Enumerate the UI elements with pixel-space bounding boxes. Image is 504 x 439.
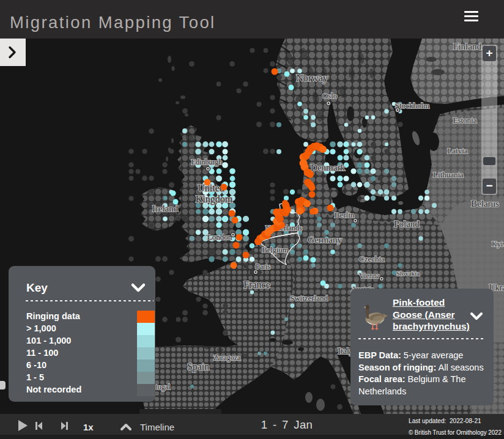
svg-text:Belgium: Belgium xyxy=(262,246,288,254)
svg-text:Oslo: Oslo xyxy=(322,91,338,100)
svg-text:Denmark: Denmark xyxy=(311,163,345,172)
svg-text:Vienna: Vienna xyxy=(359,271,380,280)
svg-text:Stockholm: Stockholm xyxy=(395,101,429,110)
svg-text:Poland: Poland xyxy=(394,219,420,229)
svg-text:France: France xyxy=(243,279,270,290)
svg-text:Belarus: Belarus xyxy=(471,199,499,208)
svg-text:London: London xyxy=(207,232,232,242)
svg-text:United: United xyxy=(198,183,224,193)
svg-text:Czechia: Czechia xyxy=(359,254,385,264)
svg-text:Germany: Germany xyxy=(308,235,342,245)
svg-text:Zaragoza: Zaragoza xyxy=(213,353,241,362)
svg-text:Spain: Spain xyxy=(187,361,209,372)
svg-text:Slovakia: Slovakia xyxy=(396,270,420,277)
svg-text:Paris: Paris xyxy=(256,262,270,271)
svg-text:Norway: Norway xyxy=(296,73,328,84)
svg-text:Switzerland: Switzerland xyxy=(290,293,328,303)
svg-text:Kyiv: Kyiv xyxy=(492,240,504,248)
svg-text:Lithuania: Lithuania xyxy=(433,170,464,179)
svg-text:Berlin: Berlin xyxy=(335,210,355,220)
svg-text:Latvia: Latvia xyxy=(447,146,467,155)
svg-text:Kingdom: Kingdom xyxy=(196,194,233,205)
svg-text:Finland: Finland xyxy=(453,42,481,51)
svg-text:Ireland: Ireland xyxy=(152,204,179,213)
svg-text:Estonia: Estonia xyxy=(453,116,477,125)
svg-text:Edinburgh: Edinburgh xyxy=(191,158,222,166)
